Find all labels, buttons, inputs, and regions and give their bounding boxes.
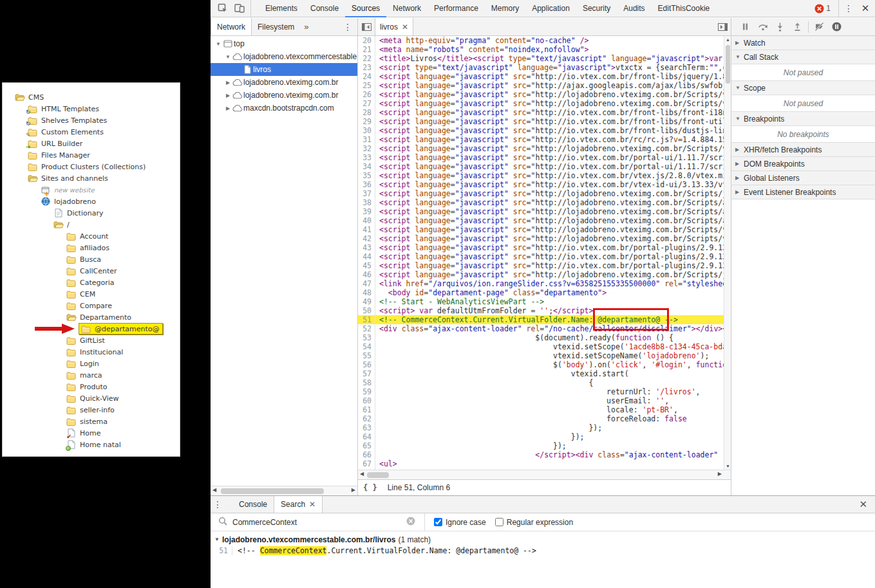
- cms-tree-item[interactable]: Produto: [3, 381, 180, 392]
- regex-checkbox[interactable]: [495, 518, 503, 526]
- step-out-icon[interactable]: [789, 19, 806, 35]
- cms-tree-item[interactable]: seller-info: [3, 404, 180, 416]
- scroll-left-icon[interactable]: ◀: [360, 471, 364, 477]
- tab-elements[interactable]: Elements: [259, 0, 304, 17]
- line-number[interactable]: 52: [358, 324, 375, 333]
- file-tree-item-selected[interactable]: livros: [211, 63, 357, 76]
- section-breakpoints[interactable]: ▼Breakpoints: [731, 112, 875, 126]
- expander-icon[interactable]: ▼: [735, 54, 744, 60]
- line-number[interactable]: 62: [358, 414, 375, 423]
- navigator-hscrollbar[interactable]: ◀ ▶: [211, 486, 357, 495]
- line-number[interactable]: 24: [358, 72, 375, 81]
- ignore-case-checkbox[interactable]: [434, 518, 442, 526]
- section-scope[interactable]: ▼Scope: [731, 81, 875, 95]
- expander-icon[interactable]: ▼: [214, 537, 222, 542]
- tab-security[interactable]: Security: [576, 0, 617, 17]
- line-number[interactable]: 32: [358, 144, 375, 153]
- error-badge-icon[interactable]: 1: [814, 4, 831, 14]
- scroll-right-icon[interactable]: ▶: [352, 487, 355, 493]
- line-number[interactable]: 53: [358, 333, 375, 342]
- line-number[interactable]: 34: [358, 162, 375, 171]
- cms-tree-item[interactable]: Sites and channels: [3, 172, 180, 184]
- cms-tree-item[interactable]: GiftList: [3, 335, 180, 346]
- tab-sources[interactable]: Sources: [345, 0, 386, 17]
- cms-tree-item[interactable]: /: [3, 219, 180, 230]
- line-number[interactable]: 21: [358, 45, 375, 54]
- line-number[interactable]: 64: [358, 432, 375, 441]
- cms-tree-item[interactable]: Compare: [3, 300, 180, 311]
- line-number[interactable]: 33: [358, 153, 375, 162]
- section-dom-breakpoints[interactable]: ▶DOM Breakpoints: [731, 157, 875, 171]
- cms-tree-item[interactable]: ↻Shelves Templates: [3, 115, 180, 126]
- section-global-listeners[interactable]: ▶Global Listeners: [731, 171, 875, 185]
- pause-on-exceptions-icon[interactable]: [828, 19, 845, 35]
- scrollbar-thumb[interactable]: [726, 45, 730, 84]
- expander-icon[interactable]: ▶: [735, 40, 744, 46]
- cms-tree-item[interactable]: Departamento: [3, 311, 180, 323]
- line-number[interactable]: 37: [358, 189, 375, 198]
- tab-application[interactable]: Application: [525, 0, 576, 17]
- line-number[interactable]: 49: [358, 297, 375, 306]
- expander-icon[interactable]: ▶: [224, 93, 232, 98]
- search-input[interactable]: [232, 518, 406, 527]
- cms-tree-item[interactable]: Login: [3, 358, 180, 369]
- deactivate-breakpoints-icon[interactable]: [811, 19, 828, 35]
- line-number[interactable]: 60: [358, 396, 375, 405]
- line-number[interactable]: 26: [358, 90, 375, 99]
- line-number[interactable]: 47: [358, 279, 375, 288]
- search-result-file[interactable]: ▼ lojadobreno.vtexcommercestable.com.br/…: [211, 534, 875, 545]
- scrollbar-thumb[interactable]: [221, 488, 324, 494]
- line-number[interactable]: 22: [358, 54, 375, 63]
- scroll-down-icon[interactable]: ▼: [724, 464, 731, 468]
- line-number[interactable]: 41: [358, 225, 375, 234]
- ignore-case-option[interactable]: Ignore case: [434, 518, 486, 527]
- cms-tree-item[interactable]: @departamento@: [3, 323, 180, 335]
- line-number[interactable]: 67: [358, 459, 375, 468]
- tab-editthiscookie[interactable]: EditThisCookie: [652, 0, 717, 17]
- line-number[interactable]: 28: [358, 108, 375, 117]
- cms-tree-item[interactable]: Product Clusters (Collections): [3, 161, 180, 172]
- cms-tree-item[interactable]: +new website: [3, 184, 180, 196]
- editor-vscrollbar[interactable]: ▲ ▼: [724, 36, 731, 470]
- cms-tree-item[interactable]: Files Manager: [3, 149, 180, 161]
- line-number[interactable]: 29: [358, 117, 375, 126]
- cms-tree-item[interactable]: Dictionary: [3, 207, 180, 219]
- line-number[interactable]: 20: [358, 36, 375, 45]
- line-number[interactable]: 39: [358, 207, 375, 216]
- device-toolbar-icon[interactable]: [231, 0, 248, 17]
- line-number[interactable]: 45: [358, 261, 375, 270]
- line-number[interactable]: 40: [358, 216, 375, 225]
- code-area[interactable]: 20<meta http-equiv="pragma" content="no-…: [358, 36, 731, 470]
- line-number[interactable]: 58: [358, 378, 375, 387]
- tab-close-icon[interactable]: ✕: [402, 23, 408, 32]
- search-result-line[interactable]: 51 <!-- CommerceContext.Current.VirtualF…: [211, 546, 875, 555]
- line-number[interactable]: 36: [358, 180, 375, 189]
- line-number[interactable]: 50: [358, 306, 375, 315]
- cms-tree-item[interactable]: Busca: [3, 253, 180, 265]
- editor-tab-livros[interactable]: livros ✕: [375, 18, 413, 35]
- line-number[interactable]: 42: [358, 234, 375, 243]
- scroll-left-icon[interactable]: ◀: [212, 487, 216, 493]
- section-event-listener-breakpoints[interactable]: ▶Event Listener Breakpoints: [731, 185, 875, 199]
- tab-memory[interactable]: Memory: [485, 0, 525, 17]
- tab-audits[interactable]: Audits: [617, 0, 651, 17]
- editor-hscrollbar[interactable]: ◀ ▶: [358, 470, 731, 479]
- file-tree-item[interactable]: ▼lojadobreno.vtexcommercestable: [211, 50, 357, 63]
- expander-icon[interactable]: ▶: [224, 80, 232, 86]
- line-number[interactable]: 30: [358, 126, 375, 135]
- pretty-print-icon[interactable]: { }: [363, 483, 377, 492]
- tab-filesystem[interactable]: Filesystem: [252, 18, 300, 35]
- cms-tree-item[interactable]: Account: [3, 230, 180, 242]
- expander-icon[interactable]: ▶: [735, 175, 744, 181]
- cms-tree-item[interactable]: sistema: [3, 416, 180, 427]
- cms-tree-item[interactable]: ✎Custom Elements: [3, 126, 180, 138]
- cms-tree-item[interactable]: CMS: [3, 91, 180, 103]
- file-tree-item[interactable]: ▶lojadobreno.vteximg.com.br: [211, 89, 357, 102]
- file-tree-item[interactable]: ▼top: [211, 37, 357, 50]
- scroll-up-icon[interactable]: ▲: [724, 37, 731, 42]
- line-number[interactable]: 51: [358, 315, 375, 324]
- line-number[interactable]: 54: [358, 342, 375, 351]
- collapse-left-panel-icon[interactable]: [358, 18, 375, 35]
- section-watch[interactable]: ▶Watch: [731, 36, 875, 50]
- tab-close-icon[interactable]: ✕: [309, 500, 315, 509]
